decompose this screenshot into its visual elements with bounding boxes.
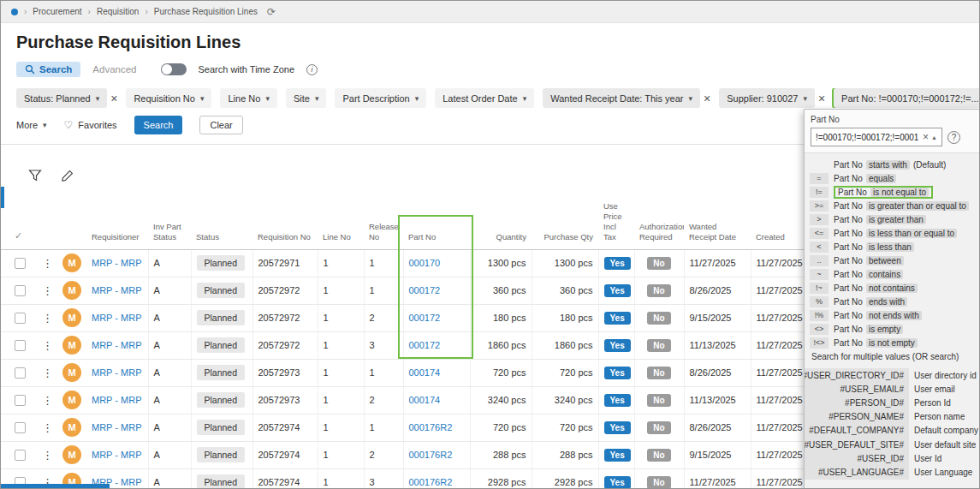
requisitioner-link[interactable]: MRP - MRP [92,285,141,295]
favorites-button[interactable]: ♡ Favorites [64,119,117,131]
remove-filter-icon[interactable]: × [818,92,825,104]
requisitioner-link[interactable]: MRP - MRP [92,395,141,405]
more-filters-button[interactable]: More ▾ [16,120,47,130]
chevron-down-icon[interactable]: ▾ [803,94,807,103]
operator-option[interactable]: !=Part Nois not equal to [805,185,980,199]
timezone-toggle[interactable] [161,63,187,75]
requisitioner-link[interactable]: MRP - MRP [92,258,141,268]
table-row[interactable]: ⋮MMRP - MRPAPlanned20572972130001721860 … [1,331,809,359]
col-header-select[interactable]: ✓ [1,201,37,249]
operator-option[interactable]: >=Part Nois greater than or equal to [805,199,980,212]
filter-chip[interactable]: Part Description▾ [335,88,426,108]
operator-option[interactable]: <Part Nois less than [805,240,980,253]
filter-chip[interactable]: Latest Order Date▾ [435,88,534,108]
variable-option[interactable]: #PERSON_ID#Person Id [805,396,980,409]
search-toggle-button[interactable]: Search [16,62,80,77]
row-menu-icon[interactable]: ⋮ [42,284,53,297]
operator-option[interactable]: >Part Nois greater than [805,212,980,226]
row-menu-icon[interactable]: ⋮ [42,367,53,379]
edit-icon[interactable] [61,170,74,182]
table-row[interactable]: ⋮MMRP - MRPAPlanned2057297311000174720 p… [1,359,809,386]
col-header-purchase-qty[interactable]: Purchase Qty [532,201,598,249]
remove-filter-icon[interactable]: × [110,92,117,104]
row-checkbox[interactable] [15,450,26,461]
col-header-authorization-required[interactable]: Authorization Required [634,201,684,249]
breadcrumb-item[interactable]: Requisition [97,7,139,16]
filter-icon[interactable] [28,169,42,182]
or-search-hint[interactable]: Search for multiple values (OR search) [805,349,980,361]
row-menu-icon[interactable]: ⋮ [42,421,53,434]
table-row[interactable]: ⋮MMRP - MRPAPlanned2057297411000176R2720… [1,414,809,441]
part-no-link[interactable]: 000170 [409,258,441,268]
operator-option[interactable]: =Part Noequals [805,171,980,185]
help-icon[interactable]: ? [947,131,960,144]
info-icon[interactable]: i [306,64,318,75]
variable-option[interactable]: #USER_DIRECTORY_ID#User directory id [805,368,980,382]
filter-chip[interactable]: Part No: !=000170;!=000172;!=...▾ [834,88,979,108]
operator-option[interactable]: !<>Part Nois not empty [805,336,980,349]
part-no-link[interactable]: 000172 [409,313,441,323]
part-no-filter-input[interactable]: !=000170;!=000172;!=0001 × ▲ [811,128,942,146]
operator-option[interactable]: Part Nostarts with(Default) [805,158,980,171]
row-checkbox[interactable] [15,422,26,433]
operator-option[interactable]: !~Part Nonot contains [805,281,980,295]
row-menu-icon[interactable]: ⋮ [42,257,53,270]
chevron-down-icon[interactable]: ▾ [415,94,419,103]
operator-option[interactable]: <>Part Nois empty [805,322,980,336]
filter-chip[interactable]: Supplier: 910027▾ [719,88,815,108]
table-row[interactable]: ⋮MMRP - MRPAPlanned2057297211000172360 p… [1,277,809,304]
remove-filter-icon[interactable]: × [704,92,710,104]
requisitioner-link[interactable]: MRP - MRP [92,340,141,350]
operator-option[interactable]: ~Part Nocontains [805,267,980,281]
requisitioner-link[interactable]: MRP - MRP [92,422,141,432]
advanced-link[interactable]: Advanced [92,64,136,75]
part-no-link[interactable]: 000174 [409,395,441,405]
filter-chip[interactable]: Requisition No▾ [126,88,211,108]
col-header-requisition-no[interactable]: Requisition No [252,201,318,249]
table-row[interactable]: ⋮MMRP - MRPAPlanned2057297412000176R2288… [1,441,809,468]
clear-button[interactable]: Clear [199,116,242,134]
operator-option[interactable]: <=Part Nois less than or equal to [805,226,980,240]
chevron-down-icon[interactable]: ▾ [688,94,692,103]
col-header-wanted-receipt-date[interactable]: Wanted Receipt Date [684,201,751,249]
row-checkbox[interactable] [15,285,26,296]
requisitioner-link[interactable]: MRP - MRP [92,313,141,323]
part-no-link[interactable]: 000176R2 [409,477,453,487]
variable-option[interactable]: #USER_LANGUAGE#User Language [805,465,980,479]
variable-option[interactable]: #USER_EMAIL#User email [805,382,980,396]
operator-option[interactable]: !%Part Nonot ends with [805,308,980,322]
chevron-down-icon[interactable]: ▾ [523,94,527,103]
refresh-icon[interactable]: ⟳ [267,6,276,18]
row-checkbox[interactable] [15,313,26,324]
table-row[interactable]: ⋮MMRP - MRPAPlanned2057297212000172180 p… [1,304,809,331]
col-header-part-no[interactable]: Part No [403,201,470,249]
row-menu-icon[interactable]: ⋮ [42,312,53,325]
part-no-link[interactable]: 000174 [409,367,441,378]
part-no-link[interactable]: 000176R2 [409,422,453,432]
row-menu-icon[interactable]: ⋮ [42,394,53,407]
clear-input-icon[interactable]: × [923,131,929,143]
table-row[interactable]: ⋮MMRP - MRPAPlanned20572973120001743240 … [1,386,809,414]
row-checkbox[interactable] [15,367,26,379]
col-header-release-no[interactable]: Release No [364,201,403,249]
col-header-use-price-incl-tax[interactable]: Use Price Incl Tax [598,201,634,249]
breadcrumb-item[interactable]: Procurement [33,7,81,16]
col-header-quantity[interactable]: Quantity [470,201,532,249]
col-header-status[interactable]: Status [191,201,252,249]
breadcrumb-item[interactable]: Purchase Requisition Lines [154,7,258,16]
filter-chip[interactable]: Line No▾ [220,88,276,108]
part-no-link[interactable]: 000172 [409,340,441,350]
requisitioner-link[interactable]: MRP - MRP [92,450,141,460]
requisitioner-link[interactable]: MRP - MRP [92,367,141,378]
search-button[interactable]: Search [134,116,183,134]
row-menu-icon[interactable]: ⋮ [42,449,53,462]
chevron-down-icon[interactable]: ▾ [96,94,100,103]
horizontal-scrollbar-thumb[interactable] [1,484,110,488]
filter-chip[interactable]: Wanted Receipt Date: This year▾ [543,88,700,108]
filter-chip[interactable]: Site▾ [286,88,327,108]
col-header-line-no[interactable]: Line No [318,201,364,249]
chevron-down-icon[interactable]: ▾ [265,94,270,103]
variable-option[interactable]: #USER_DEFAULT_SITE#User default site [805,438,980,451]
part-no-link[interactable]: 000176R2 [409,450,453,460]
chevron-down-icon[interactable]: ▾ [200,94,205,103]
